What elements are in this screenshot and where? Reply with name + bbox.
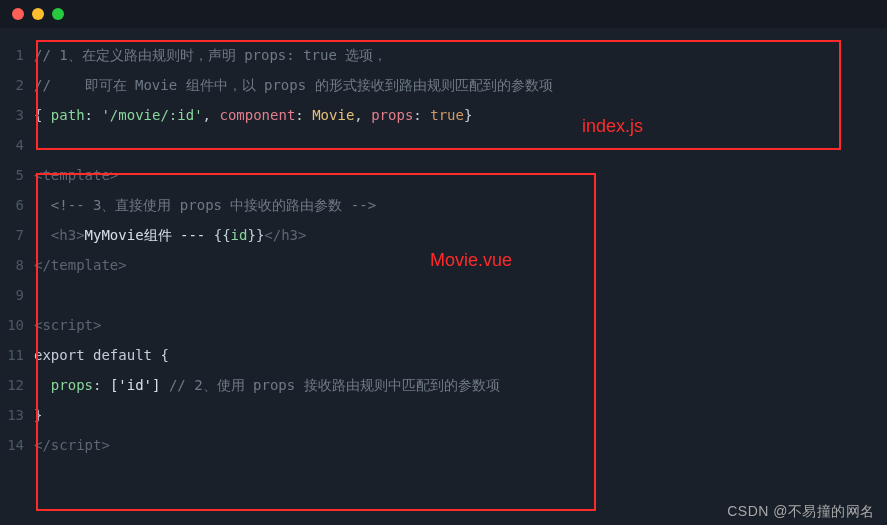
line-number: 14 xyxy=(0,430,34,460)
code-line: 8 </template> xyxy=(0,250,875,280)
props-declaration: props: ['id'] // 2、使用 props 接收路由规则中匹配到的参… xyxy=(34,370,875,400)
comment: // 即可在 Movie 组件中，以 props 的形式接收到路由规则匹配到的参… xyxy=(34,77,553,93)
watermark: CSDN @不易撞的网名 xyxy=(727,503,875,521)
script-close-tag: </script> xyxy=(34,437,110,453)
line-number: 10 xyxy=(0,310,34,340)
line-number: 3 xyxy=(0,100,34,130)
closing-brace: } xyxy=(34,407,42,423)
code-line: 3 { path: '/movie/:id', component: Movie… xyxy=(0,100,875,130)
line-number: 12 xyxy=(0,370,34,400)
line-number: 7 xyxy=(0,220,34,250)
template-open-tag: <template> xyxy=(34,167,118,183)
code-line: 6 <!-- 3、直接使用 props 中接收的路由参数 --> xyxy=(0,190,875,220)
route-config: { path: '/movie/:id', component: Movie, … xyxy=(34,100,875,130)
editor-window: 1 // 1、在定义路由规则时，声明 props: true 选项， 2 // … xyxy=(0,0,887,525)
html-comment: <!-- 3、直接使用 props 中接收的路由参数 --> xyxy=(51,197,376,213)
close-icon[interactable] xyxy=(12,8,24,20)
line-number: 11 xyxy=(0,340,34,370)
code-line: 4 xyxy=(0,130,875,160)
template-close-tag: </template> xyxy=(34,257,127,273)
line-number: 1 xyxy=(0,40,34,70)
code-line: 10 <script> xyxy=(0,310,875,340)
line-number: 4 xyxy=(0,130,34,160)
code-line: 5 <template> xyxy=(0,160,875,190)
zoom-icon[interactable] xyxy=(52,8,64,20)
code-editor: 1 // 1、在定义路由规则时，声明 props: true 选项， 2 // … xyxy=(0,28,887,472)
code-line: 7 <h3>MyMovie组件 --- {{id}}</h3> xyxy=(0,220,875,250)
line-number: 9 xyxy=(0,280,34,310)
minimize-icon[interactable] xyxy=(32,8,44,20)
code-line: 13 } xyxy=(0,400,875,430)
code-line: 2 // 即可在 Movie 组件中，以 props 的形式接收到路由规则匹配到… xyxy=(0,70,875,100)
line-number: 2 xyxy=(0,70,34,100)
comment: // 1、在定义路由规则时，声明 props: true 选项， xyxy=(34,47,387,63)
line-number: 6 xyxy=(0,190,34,220)
code-line: 9 xyxy=(0,280,875,310)
line-number: 5 xyxy=(0,160,34,190)
line-number: 13 xyxy=(0,400,34,430)
code-line: 14 </script> xyxy=(0,430,875,460)
code-line: 12 props: ['id'] // 2、使用 props 接收路由规则中匹配… xyxy=(0,370,875,400)
export-default: export default { xyxy=(34,340,875,370)
script-open-tag: <script> xyxy=(34,317,101,333)
code-line: 1 // 1、在定义路由规则时，声明 props: true 选项， xyxy=(0,40,875,70)
line-number: 8 xyxy=(0,250,34,280)
titlebar xyxy=(0,0,887,28)
code-line: 11 export default { xyxy=(0,340,875,370)
